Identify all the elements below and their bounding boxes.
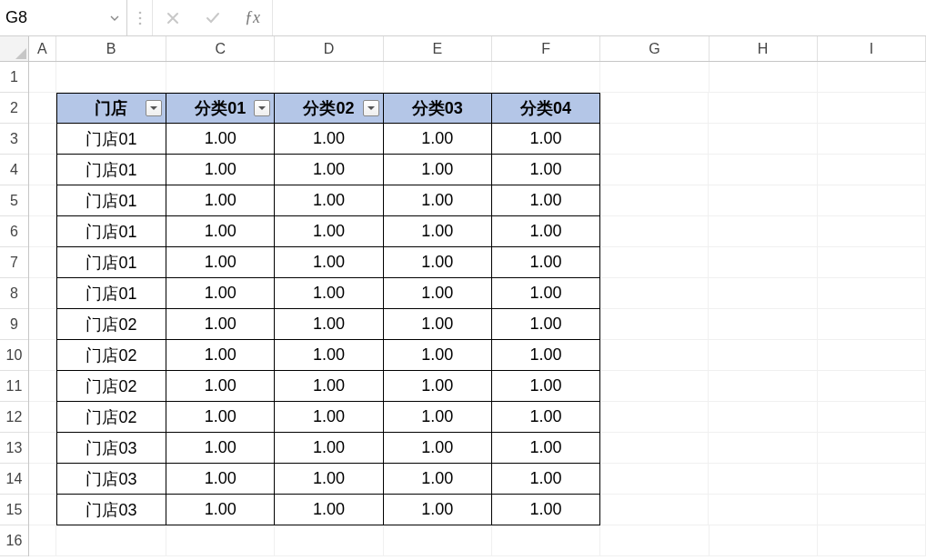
cell-D16[interactable] xyxy=(275,525,383,556)
cell-D4[interactable]: 1.00 xyxy=(275,155,383,185)
cell-A7[interactable] xyxy=(29,247,56,278)
cell-B13[interactable]: 门店03 xyxy=(56,433,166,464)
cell-B1[interactable] xyxy=(56,62,166,93)
column-header-C[interactable]: C xyxy=(166,36,275,61)
cell-I4[interactable] xyxy=(818,155,926,185)
cell-B14[interactable]: 门店03 xyxy=(56,464,166,495)
cell-H14[interactable] xyxy=(709,464,817,495)
cell-H16[interactable] xyxy=(710,525,818,556)
cell-A12[interactable] xyxy=(29,402,56,433)
row-header-11[interactable]: 11 xyxy=(0,371,28,402)
cell-I3[interactable] xyxy=(818,124,926,155)
cell-C5[interactable]: 1.00 xyxy=(166,185,275,216)
filter-dropdown-icon[interactable] xyxy=(254,100,270,116)
cell-F12[interactable]: 1.00 xyxy=(492,402,600,433)
cell-A3[interactable] xyxy=(29,124,56,155)
cells-area[interactable]: 门店分类01分类02分类03分类04门店011.001.001.001.00门店… xyxy=(29,62,926,560)
cell-C14[interactable]: 1.00 xyxy=(166,464,275,495)
cell-D5[interactable]: 1.00 xyxy=(275,185,383,216)
cell-F16[interactable] xyxy=(492,525,600,556)
cell-I13[interactable] xyxy=(818,433,926,464)
cell-C11[interactable]: 1.00 xyxy=(166,371,275,402)
cell-C8[interactable]: 1.00 xyxy=(166,278,275,309)
cell-B10[interactable]: 门店02 xyxy=(56,340,166,371)
cell-A4[interactable] xyxy=(29,155,56,185)
cell-B6[interactable]: 门店01 xyxy=(56,216,166,247)
cell-F11[interactable]: 1.00 xyxy=(492,371,600,402)
cell-B12[interactable]: 门店02 xyxy=(56,402,166,433)
cell-G7[interactable] xyxy=(600,247,709,278)
cell-C13[interactable]: 1.00 xyxy=(166,433,275,464)
cell-I6[interactable] xyxy=(818,216,926,247)
cell-A1[interactable] xyxy=(29,62,56,93)
cell-E11[interactable]: 1.00 xyxy=(384,371,492,402)
cell-G9[interactable] xyxy=(600,309,709,340)
row-header-10[interactable]: 10 xyxy=(0,340,28,371)
cell-G1[interactable] xyxy=(600,62,709,93)
cell-C10[interactable]: 1.00 xyxy=(166,340,275,371)
cell-I15[interactable] xyxy=(818,495,926,525)
cell-F6[interactable]: 1.00 xyxy=(492,216,600,247)
cell-B16[interactable] xyxy=(56,525,166,556)
row-header-6[interactable]: 6 xyxy=(0,216,28,247)
cell-F2[interactable]: 分类04 xyxy=(492,93,600,124)
cell-E15[interactable]: 1.00 xyxy=(384,495,492,525)
cell-B9[interactable]: 门店02 xyxy=(56,309,166,340)
cell-F1[interactable] xyxy=(492,62,600,93)
cell-H8[interactable] xyxy=(709,278,817,309)
cell-B3[interactable]: 门店01 xyxy=(56,124,166,155)
cell-I11[interactable] xyxy=(818,371,926,402)
row-header-16[interactable]: 16 xyxy=(0,525,28,556)
cell-E6[interactable]: 1.00 xyxy=(384,216,492,247)
cell-D14[interactable]: 1.00 xyxy=(275,464,383,495)
cell-B4[interactable]: 门店01 xyxy=(56,155,166,185)
cell-E7[interactable]: 1.00 xyxy=(384,247,492,278)
cell-D6[interactable]: 1.00 xyxy=(275,216,383,247)
cell-E9[interactable]: 1.00 xyxy=(384,309,492,340)
column-header-I[interactable]: I xyxy=(818,36,926,61)
cell-G10[interactable] xyxy=(600,340,709,371)
row-header-14[interactable]: 14 xyxy=(0,464,28,495)
cell-G13[interactable] xyxy=(600,433,709,464)
cell-A16[interactable] xyxy=(29,525,56,556)
cell-B11[interactable]: 门店02 xyxy=(56,371,166,402)
cell-G5[interactable] xyxy=(600,185,709,216)
row-header-7[interactable]: 7 xyxy=(0,247,28,278)
row-header-12[interactable]: 12 xyxy=(0,402,28,433)
cell-E12[interactable]: 1.00 xyxy=(384,402,492,433)
cell-B5[interactable]: 门店01 xyxy=(56,185,166,216)
cell-D9[interactable]: 1.00 xyxy=(275,309,383,340)
cell-I10[interactable] xyxy=(818,340,926,371)
cell-B15[interactable]: 门店03 xyxy=(56,495,166,525)
cell-H4[interactable] xyxy=(709,155,817,185)
filter-dropdown-icon[interactable] xyxy=(363,100,379,116)
cell-C6[interactable]: 1.00 xyxy=(166,216,275,247)
cell-F14[interactable]: 1.00 xyxy=(492,464,600,495)
cell-D7[interactable]: 1.00 xyxy=(275,247,383,278)
cell-G6[interactable] xyxy=(600,216,709,247)
cancel-edit-button[interactable] xyxy=(153,0,193,35)
cell-D12[interactable]: 1.00 xyxy=(275,402,383,433)
cell-D8[interactable]: 1.00 xyxy=(275,278,383,309)
cell-C2[interactable]: 分类01 xyxy=(166,93,275,124)
cell-A8[interactable] xyxy=(29,278,56,309)
cell-B7[interactable]: 门店01 xyxy=(56,247,166,278)
chevron-down-icon[interactable] xyxy=(108,12,121,25)
cell-I16[interactable] xyxy=(818,525,926,556)
cell-E3[interactable]: 1.00 xyxy=(384,124,492,155)
cell-F3[interactable]: 1.00 xyxy=(492,124,600,155)
select-all-corner[interactable] xyxy=(0,36,29,62)
cell-D3[interactable]: 1.00 xyxy=(275,124,383,155)
cell-F5[interactable]: 1.00 xyxy=(492,185,600,216)
cell-A6[interactable] xyxy=(29,216,56,247)
cell-E2[interactable]: 分类03 xyxy=(384,93,492,124)
cell-H1[interactable] xyxy=(710,62,818,93)
cell-I2[interactable] xyxy=(818,93,926,124)
cell-B2[interactable]: 门店 xyxy=(56,93,166,124)
cell-C4[interactable]: 1.00 xyxy=(166,155,275,185)
cell-E1[interactable] xyxy=(384,62,492,93)
cell-F9[interactable]: 1.00 xyxy=(492,309,600,340)
row-header-3[interactable]: 3 xyxy=(0,124,28,155)
cell-F15[interactable]: 1.00 xyxy=(492,495,600,525)
column-header-F[interactable]: F xyxy=(492,36,600,61)
